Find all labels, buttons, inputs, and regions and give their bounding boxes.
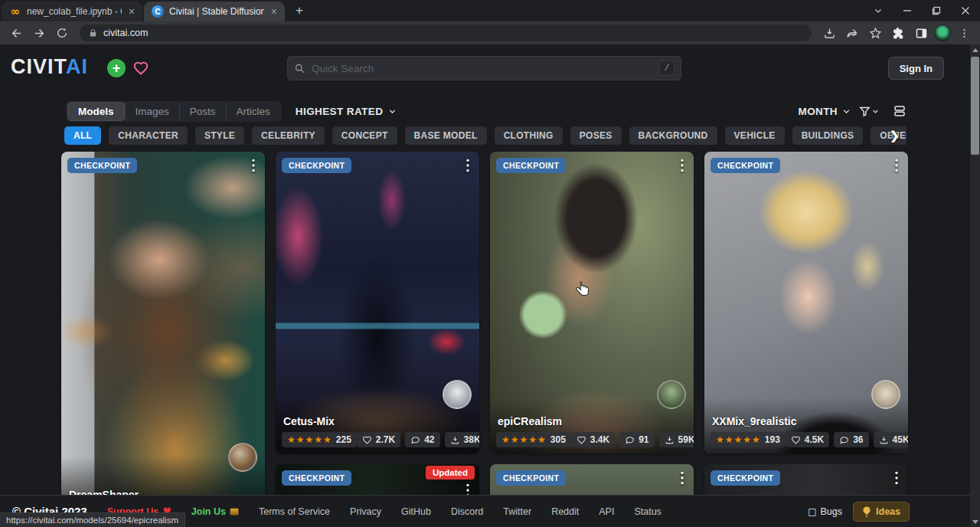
- rating-pill: ★★★★★ 193: [710, 432, 786, 447]
- downloads-pill[interactable]: 45K: [874, 432, 908, 447]
- scrollbar-up-arrow[interactable]: [970, 44, 980, 55]
- tab-articles[interactable]: Articles: [226, 103, 280, 120]
- footer-link-status[interactable]: Status: [634, 506, 661, 517]
- close-tab-icon[interactable]: ×: [270, 6, 279, 17]
- bugs-button[interactable]: □Bugs: [808, 506, 842, 517]
- support-heart-icon[interactable]: [132, 59, 150, 77]
- quick-search-bar[interactable]: /: [287, 56, 681, 80]
- footer-link-twitter[interactable]: Twitter: [503, 506, 531, 517]
- likes-pill[interactable]: 4.5K: [786, 432, 829, 447]
- new-tab-button[interactable]: +: [291, 3, 308, 18]
- window-controls: [864, 0, 980, 21]
- browser-menu-kebab-icon[interactable]: [954, 23, 974, 43]
- model-card-cetus-mix[interactable]: CHECKPOINT Cetus-Mix ★★★★★ 225: [276, 152, 479, 453]
- layout-toggle-button[interactable]: [893, 104, 906, 118]
- card-stats-row: ★★★★★ 225 2.7K 42: [282, 432, 473, 447]
- address-bar[interactable]: civitai.com: [80, 25, 812, 41]
- minimize-button[interactable]: [893, 0, 922, 21]
- tab-images[interactable]: Images: [125, 103, 179, 120]
- category-chip-all[interactable]: ALL: [64, 126, 101, 145]
- model-card-dreamshaper[interactable]: CHECKPOINT DreamShaper: [61, 152, 265, 512]
- close-window-button[interactable]: [951, 0, 980, 21]
- likes-pill[interactable]: 3.4K: [571, 432, 615, 447]
- ideas-button[interactable]: Ideas: [853, 502, 910, 522]
- category-chip-objects[interactable]: OBJECTS: [871, 126, 906, 145]
- comments-count: 42: [424, 434, 434, 445]
- download-toolbar-icon[interactable]: [819, 23, 839, 43]
- model-card-epicrealism[interactable]: CHECKPOINT epiCRealism ★★★★★ 305: [490, 152, 694, 453]
- card-menu-kebab-icon[interactable]: [247, 156, 260, 175]
- comments-pill[interactable]: 42: [405, 432, 439, 447]
- category-chip-base-model[interactable]: BASE MODEL: [405, 126, 487, 145]
- period-label: MONTH: [799, 106, 838, 117]
- back-button[interactable]: [6, 23, 26, 43]
- category-chip-buildings[interactable]: BUILDINGS: [792, 126, 864, 145]
- footer-link-join-us[interactable]: Join Us: [191, 506, 239, 517]
- scrollbar-down-arrow[interactable]: [970, 516, 980, 527]
- browser-tab-civitai[interactable]: C Civitai | Stable Diffusion models, ×: [144, 2, 285, 21]
- side-panel-icon[interactable]: [911, 23, 931, 43]
- nav-right-controls: MONTH: [799, 104, 907, 118]
- category-chip-poses[interactable]: POSES: [570, 126, 622, 145]
- share-icon[interactable]: [842, 23, 862, 43]
- sort-dropdown[interactable]: HIGHEST RATED: [296, 106, 397, 117]
- category-chip-row: ALL CHARACTER STYLE CELEBRITY CONCEPT BA…: [64, 126, 906, 146]
- category-chip-clothing[interactable]: CLOTHING: [495, 126, 563, 145]
- tab-posts[interactable]: Posts: [179, 103, 226, 120]
- grid-column: CHECKPOINT DreamShaper: [61, 152, 265, 527]
- footer-link-privacy[interactable]: Privacy: [350, 506, 381, 517]
- filter-funnel-button[interactable]: [858, 105, 880, 118]
- category-chip-style[interactable]: STYLE: [195, 126, 244, 145]
- logo-text: CIVIT: [11, 55, 66, 78]
- download-icon: [879, 435, 889, 445]
- card-menu-kebab-icon[interactable]: [890, 156, 903, 175]
- creator-avatar[interactable]: [657, 380, 686, 409]
- create-plus-button[interactable]: +: [107, 59, 126, 77]
- comments-pill[interactable]: 91: [619, 432, 654, 447]
- footer-link-discord[interactable]: Discord: [451, 506, 483, 517]
- period-dropdown[interactable]: MONTH: [799, 106, 852, 117]
- search-input[interactable]: [312, 63, 653, 74]
- category-scroll-right-chevron[interactable]: ❯: [890, 126, 900, 146]
- comments-pill[interactable]: 36: [834, 432, 868, 447]
- bookmark-star-icon[interactable]: [865, 23, 885, 43]
- footer-link-github[interactable]: GitHub: [401, 506, 431, 517]
- browser-tab-colab[interactable]: ∞ new_colab_file.ipynb - Colaborat ×: [2, 2, 142, 21]
- close-tab-icon[interactable]: ×: [127, 6, 136, 17]
- category-chip-concept[interactable]: CONCEPT: [332, 126, 397, 145]
- sign-in-button[interactable]: Sign In: [888, 57, 944, 80]
- tab-search-icon[interactable]: [864, 0, 893, 21]
- card-menu-kebab-icon[interactable]: [675, 469, 689, 487]
- forward-button[interactable]: [29, 23, 49, 43]
- browser-profile-avatar[interactable]: [934, 25, 951, 41]
- civitai-logo[interactable]: CIVITAI: [11, 55, 88, 79]
- category-chip-background[interactable]: BACKGROUND: [629, 126, 717, 145]
- maximize-button[interactable]: [922, 0, 951, 21]
- extensions-icon[interactable]: [888, 23, 908, 43]
- reload-button[interactable]: [52, 23, 72, 43]
- likes-pill[interactable]: 2.7K: [357, 432, 400, 447]
- footer-link-reddit[interactable]: Reddit: [551, 506, 579, 517]
- downloads-pill[interactable]: 38K: [445, 432, 479, 447]
- model-card-xxmix[interactable]: CHECKPOINT XXMix_9realistic ★★★★★ 193: [704, 152, 908, 453]
- category-chip-celebrity[interactable]: CELEBRITY: [252, 126, 325, 145]
- creator-avatar[interactable]: [871, 380, 900, 409]
- card-menu-kebab-icon[interactable]: [675, 156, 689, 175]
- category-chip-character[interactable]: CHARACTER: [109, 126, 188, 145]
- card-menu-kebab-icon[interactable]: [461, 156, 475, 175]
- creator-avatar[interactable]: [443, 380, 472, 409]
- creator-avatar[interactable]: [228, 443, 257, 472]
- card-menu-kebab-icon[interactable]: [890, 469, 903, 487]
- category-chip-vehicle[interactable]: VEHICLE: [725, 126, 785, 145]
- updated-badge: Updated: [426, 466, 475, 480]
- footer-link-api[interactable]: API: [599, 506, 614, 517]
- scrollbar-thumb[interactable]: [971, 57, 979, 155]
- downloads-pill[interactable]: 59K: [659, 432, 694, 447]
- model-type-badge: CHECKPOINT: [710, 470, 780, 486]
- tab-models[interactable]: Models: [67, 102, 125, 121]
- grid-column: CHECKPOINT XXMix_9realistic ★★★★★ 193: [704, 152, 908, 527]
- heart-icon: [577, 435, 586, 445]
- page-scrollbar[interactable]: [970, 44, 980, 527]
- stacked-cards-icon: [893, 104, 906, 118]
- footer-link-terms[interactable]: Terms of Service: [259, 506, 330, 517]
